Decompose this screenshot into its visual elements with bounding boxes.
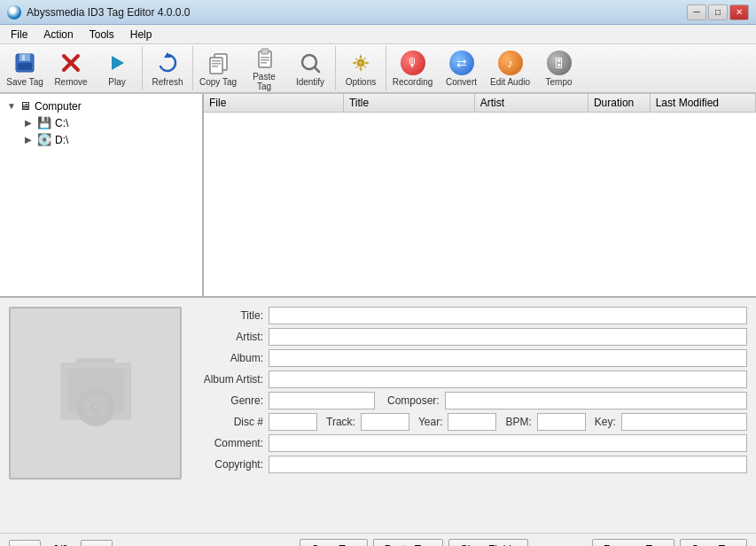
main-content: ▼ 🖥 Computer ▶ 💾 C:\ ▶ 💽 D:\ File Title … — [0, 94, 756, 298]
recording-icon: 🎙 — [400, 50, 426, 75]
title-bar: Abyssmedia ID3 Tag Editor 4.0.0.0 ─ □ ✕ — [0, 0, 756, 25]
refresh-button[interactable]: Refresh — [144, 46, 191, 90]
recording-label: Recording — [393, 77, 433, 87]
col-file[interactable]: File — [204, 94, 343, 113]
copy-tag-action-button[interactable]: Copy Tag — [300, 539, 367, 546]
col-artist[interactable]: Artist — [474, 94, 588, 113]
bpm-input[interactable] — [537, 413, 586, 431]
toolbar-group-4: Options — [336, 46, 386, 90]
artist-input[interactable] — [269, 328, 747, 346]
svg-rect-16 — [261, 59, 269, 61]
svg-rect-11 — [212, 63, 221, 65]
copyright-input[interactable] — [269, 456, 747, 473]
album-artist-input[interactable] — [269, 370, 747, 388]
year-label: Year: — [418, 416, 443, 428]
genre-composer-row: Genre: Composer: — [192, 392, 747, 410]
paste-icon — [251, 45, 277, 70]
album-art[interactable] — [9, 307, 182, 480]
tree-arrow-d: ▶ — [25, 135, 34, 144]
tree-item-c[interactable]: ▶ 💾 C:\ — [4, 114, 199, 131]
tempo-label: Tempo — [545, 77, 572, 87]
album-artist-label: Album Artist: — [192, 373, 263, 386]
svg-rect-30 — [78, 360, 113, 362]
disc-label: Disc # — [192, 416, 263, 428]
tree-root[interactable]: ▼ 🖥 Computer — [4, 98, 199, 114]
convert-icon: ⇄ — [448, 50, 475, 75]
save-tag-action-button[interactable]: Save Tag — [680, 539, 747, 546]
title-input[interactable] — [269, 307, 747, 324]
edit-audio-button[interactable]: ♪ Edit Audio — [486, 46, 534, 90]
paste-tag-button[interactable]: Paste Tag — [241, 46, 287, 90]
tempo-button[interactable]: 🎛 Tempo — [534, 46, 583, 90]
album-input[interactable] — [269, 349, 747, 367]
tree-arrow-c: ▶ — [25, 118, 34, 128]
prev-button[interactable]: << — [9, 540, 41, 546]
copy-tag-button[interactable]: Copy Tag — [195, 46, 241, 90]
paste-tag-action-button[interactable]: Paste Tag — [373, 539, 443, 546]
comment-input[interactable] — [269, 434, 747, 452]
convert-button[interactable]: ⇄ Convert — [437, 46, 486, 90]
recording-button[interactable]: 🎙 Recording — [388, 46, 437, 90]
close-button[interactable]: ✕ — [729, 4, 749, 20]
title-buttons: ─ □ ✕ — [687, 4, 749, 20]
copy-icon — [205, 50, 231, 75]
genre-input[interactable] — [269, 392, 375, 410]
toolbar-group-3: Copy Tag Paste Tag Identify — [193, 46, 336, 90]
title-row: Title: — [192, 307, 747, 324]
clear-fields-button[interactable]: Clear Fields — [448, 539, 528, 546]
app-icon — [7, 5, 21, 20]
save-icon — [12, 50, 38, 75]
key-label: Key: — [595, 416, 616, 428]
key-input[interactable] — [621, 413, 747, 431]
svg-point-22 — [359, 61, 362, 65]
col-last-modified[interactable]: Last Modified — [650, 94, 755, 113]
artist-label: Artist: — [192, 331, 263, 343]
menu-tools[interactable]: Tools — [82, 27, 121, 43]
tree-c-label: C:\ — [55, 117, 68, 129]
col-title[interactable]: Title — [343, 94, 474, 113]
next-button[interactable]: >> — [81, 540, 113, 546]
track-input[interactable] — [361, 413, 409, 431]
save-tag-button[interactable]: Save Tag — [2, 46, 48, 90]
menu-action[interactable]: Action — [36, 27, 80, 43]
identify-icon — [297, 50, 323, 75]
disc-input[interactable] — [269, 413, 317, 431]
refresh-label: Refresh — [152, 77, 183, 87]
tag-form: Title: Artist: Album: Album Artist: Genr… — [192, 307, 747, 524]
svg-rect-17 — [261, 62, 267, 64]
tree-item-d[interactable]: ▶ 💽 D:\ — [4, 131, 199, 148]
genre-label: Genre: — [192, 394, 263, 407]
remove-tag-button[interactable]: Remove Tag — [592, 539, 674, 546]
tree-arrow-root: ▼ — [7, 101, 16, 111]
remove-label: Remove — [54, 77, 87, 87]
menu-bar: File Action Tools Help — [0, 25, 756, 44]
comment-label: Comment: — [192, 437, 263, 449]
identify-button[interactable]: Identify — [287, 46, 333, 90]
svg-marker-6 — [112, 56, 124, 70]
svg-rect-2 — [22, 55, 25, 60]
options-icon — [347, 50, 374, 75]
bottom-section: Title: Artist: Album: Album Artist: Genr… — [0, 298, 756, 546]
menu-help[interactable]: Help — [123, 27, 160, 43]
svg-rect-12 — [212, 66, 218, 67]
comment-row: Comment: — [192, 434, 747, 452]
tree-root-label: Computer — [35, 100, 82, 113]
refresh-icon — [154, 50, 181, 75]
remove-button[interactable]: Remove — [48, 46, 94, 90]
menu-file[interactable]: File — [4, 27, 35, 43]
track-label: Track: — [326, 416, 355, 428]
play-button[interactable]: Play — [94, 46, 140, 90]
disc-track-row: Disc # Track: Year: BPM: Key: — [192, 413, 747, 431]
editor-panel: Title: Artist: Album: Album Artist: Genr… — [0, 298, 756, 533]
action-buttons: Copy Tag Paste Tag Clear Fields Remove T… — [300, 539, 747, 546]
composer-input[interactable] — [445, 392, 747, 410]
toolbar-group-2: Refresh — [143, 46, 193, 90]
minimize-button[interactable]: ─ — [687, 4, 706, 20]
copy-tag-label: Copy Tag — [199, 77, 237, 87]
options-button[interactable]: Options — [338, 46, 384, 90]
maximize-button[interactable]: □ — [708, 4, 728, 20]
toolbar: Save Tag Remove Play — [0, 44, 756, 94]
col-duration[interactable]: Duration — [588, 94, 650, 113]
composer-label: Composer: — [387, 394, 440, 407]
year-input[interactable] — [448, 413, 496, 431]
